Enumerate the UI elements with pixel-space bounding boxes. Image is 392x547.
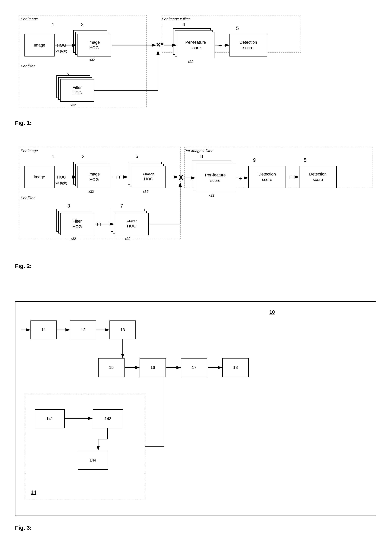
fig2-num1: 1 <box>52 153 54 159</box>
fig1-num4: 4 <box>182 22 185 27</box>
fig1-num2: 2 <box>81 22 84 27</box>
fig1-container: Per image Per filter Per image x filter … <box>15 11 384 128</box>
fig2-x32-4: x32 <box>125 237 131 241</box>
fig2-filter-hog-box: FilterHOG <box>60 213 94 235</box>
fig1-num3: 3 <box>67 72 69 77</box>
fig2-plus: + <box>239 175 243 182</box>
fig3-box141: 141 <box>35 409 65 428</box>
fig2-container: Per image Per filter Per image x filter … <box>15 143 384 271</box>
fig2-x32-5: x32 <box>209 194 214 198</box>
fig3-box144: 144 <box>78 451 108 470</box>
fig1-plus: + <box>218 42 222 49</box>
fig3-label: Fig. 3: <box>15 525 32 531</box>
fig3-container: 10 11 12 13 15 16 17 18 14 <box>15 294 384 531</box>
fig2-detection-score2-box: Detectionscore <box>299 166 337 188</box>
fig3-box16: 16 <box>140 358 166 377</box>
fig2-detection-score1-box: Detectionscore <box>248 166 286 188</box>
fig2-image-hog-box: ImageHOG <box>77 166 111 188</box>
fig3-box143: 143 <box>93 409 123 428</box>
fig2-mult: X <box>179 174 183 182</box>
fig2-num2: 2 <box>82 153 85 159</box>
fig2-x3rgb: x3 (rgb) <box>55 181 67 185</box>
fig2-ft2: FT <box>97 222 102 227</box>
fig3-outer-box: 10 11 12 13 15 16 17 18 14 <box>15 301 376 516</box>
fig2-per-feature-box: Per-featurescore <box>196 164 235 192</box>
fig1-num1: 1 <box>52 22 54 27</box>
fig1-label: Fig. 1: <box>15 120 32 126</box>
fig1-num5: 5 <box>236 25 239 31</box>
fig3-dashed-box14: 14 141 143 144 <box>25 394 145 499</box>
fig2-num9: 9 <box>253 157 256 163</box>
fig3-num10: 10 <box>269 309 275 315</box>
fig1-detection-score-box: Detectionscore <box>229 34 267 56</box>
fig2-image-hog-ft-box: ∧ImageHOG <box>132 166 166 188</box>
fig1-hog-label: HOG <box>57 43 66 48</box>
fig2-ft3: FT <box>289 175 294 180</box>
fig3-box17: 17 <box>181 358 207 377</box>
fig2-ft1: FT <box>116 175 121 180</box>
fig1-x3rgb-label: x3 (rgb) <box>55 49 67 53</box>
fig2-num7: 7 <box>120 203 123 209</box>
fig1-image-box: Image <box>24 34 54 56</box>
fig3-box15: 15 <box>98 358 125 377</box>
fig1-mult: ×* <box>156 41 163 49</box>
fig1-x32-3: x32 <box>188 60 193 64</box>
fig2-image-box: image <box>24 166 54 188</box>
fig2-num3: 3 <box>67 203 70 209</box>
fig2-label: Fig. 2: <box>15 263 32 269</box>
fig2-hog-label: HOG <box>57 175 66 180</box>
fig3-num14: 14 <box>31 489 36 495</box>
fig2-num8: 8 <box>200 153 203 159</box>
fig1-x32-2: x32 <box>71 103 76 107</box>
fig2-num6: 6 <box>135 153 138 159</box>
fig2-x32-1: x32 <box>88 190 94 194</box>
fig1-image-hog-box: ImageHOG <box>77 34 111 56</box>
fig3-box13: 13 <box>109 321 136 339</box>
fig1-filter-hog-box: FilterHOG <box>60 79 94 102</box>
fig2-x32-2: x32 <box>143 190 148 194</box>
fig2-x32-3: x32 <box>71 237 76 241</box>
fig3-box11: 11 <box>30 321 57 339</box>
fig2-num5: 5 <box>304 157 306 163</box>
fig2-filter-hog-ft-box: ∧FilterHOG <box>115 213 149 235</box>
fig3-box12: 12 <box>70 321 96 339</box>
fig1-per-feature-box: Per-featurescore <box>177 32 214 58</box>
fig3-box18: 18 <box>222 358 249 377</box>
fig1-x32-1: x32 <box>89 58 95 62</box>
